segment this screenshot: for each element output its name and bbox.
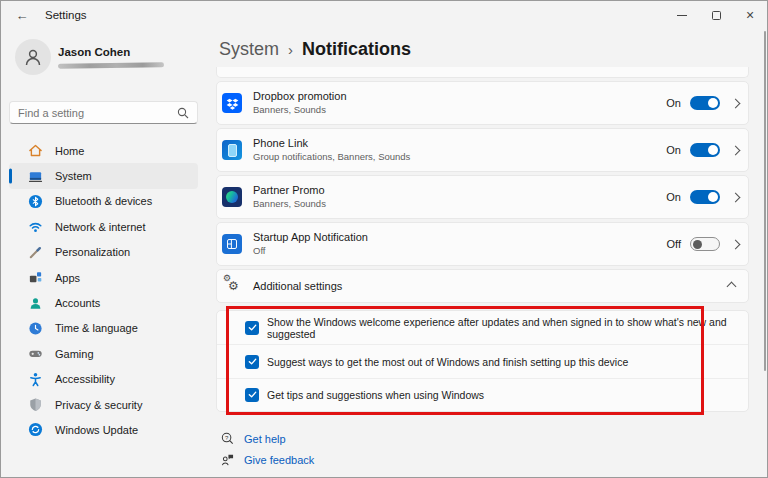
minimize-button[interactable] bbox=[665, 1, 699, 29]
sidebar-nav: Home System Bluetooth & devices Network … bbox=[1, 138, 206, 443]
row-subtitle: Off bbox=[253, 245, 368, 257]
minimize-icon bbox=[677, 15, 687, 16]
back-arrow-icon: ← bbox=[16, 8, 29, 23]
startup-app-icon bbox=[222, 234, 242, 254]
checkbox-label: Get tips and suggestions when using Wind… bbox=[267, 389, 484, 401]
checkmark-icon bbox=[248, 323, 257, 332]
sidebar-item-network-internet[interactable]: Network & internet bbox=[9, 214, 198, 239]
search-input[interactable] bbox=[18, 107, 177, 119]
sidebar-item-label: Home bbox=[55, 145, 84, 157]
toggle-state-label: On bbox=[666, 97, 681, 109]
notification-toggle[interactable] bbox=[690, 96, 720, 110]
toggle-knob bbox=[708, 98, 718, 108]
sidebar-item-label: Bluetooth & devices bbox=[55, 195, 152, 207]
additional-settings-options: Show the Windows welcome experience afte… bbox=[216, 310, 749, 412]
sidebar-item-label: Accessibility bbox=[55, 373, 115, 385]
user-profile[interactable]: Jason Cohen bbox=[15, 39, 206, 85]
dropbox-icon bbox=[222, 93, 242, 113]
maximize-icon bbox=[712, 11, 721, 20]
notification-row-startup-app[interactable]: Startup App Notification Off Off bbox=[216, 222, 749, 266]
toggle-state-label: Off bbox=[667, 238, 681, 250]
give-feedback-label[interactable]: Give feedback bbox=[244, 454, 314, 466]
apps-icon bbox=[27, 270, 43, 286]
get-help-link[interactable]: ? Get help bbox=[219, 428, 749, 449]
chevron-right-icon[interactable] bbox=[731, 98, 741, 108]
sidebar-item-personalization[interactable]: Personalization bbox=[9, 240, 198, 265]
chevron-right-icon[interactable] bbox=[731, 239, 741, 249]
toggle-state-label: On bbox=[666, 144, 681, 156]
checkbox-checked[interactable] bbox=[245, 321, 259, 335]
main-content: System › Notifications Dropbox promotion… bbox=[206, 29, 767, 477]
give-feedback-icon bbox=[219, 453, 235, 466]
sidebar-item-label: Gaming bbox=[55, 348, 94, 360]
toggle-knob bbox=[708, 192, 718, 202]
row-subtitle: Banners, Sounds bbox=[253, 198, 326, 210]
notification-row-dropbox-promotion[interactable]: Dropbox promotion Banners, Sounds On bbox=[216, 81, 749, 125]
windows-update-icon bbox=[27, 422, 43, 438]
home-icon bbox=[27, 143, 43, 159]
footer-links: ? Get help Give feedback bbox=[219, 428, 749, 470]
sidebar-item-label: Personalization bbox=[55, 246, 130, 258]
search-icon bbox=[177, 107, 189, 119]
redacted-email-scribble bbox=[58, 62, 164, 68]
notification-toggle[interactable] bbox=[690, 143, 720, 157]
sidebar-item-apps[interactable]: Apps bbox=[9, 265, 198, 290]
checkbox-row-suggest-ways[interactable]: Suggest ways to get the most out of Wind… bbox=[217, 344, 748, 377]
chevron-right-icon[interactable] bbox=[731, 145, 741, 155]
scrollbar-thumb[interactable] bbox=[764, 31, 766, 371]
checkbox-row-welcome-experience[interactable]: Show the Windows welcome experience afte… bbox=[217, 311, 748, 344]
row-title: Partner Promo bbox=[253, 184, 326, 197]
personalization-icon bbox=[27, 244, 43, 260]
notification-toggle[interactable] bbox=[690, 237, 720, 251]
checkbox-row-tips-suggestions[interactable]: Get tips and suggestions when using Wind… bbox=[217, 378, 748, 411]
checkmark-icon bbox=[248, 390, 257, 399]
sidebar-item-privacy-security[interactable]: Privacy & security bbox=[9, 392, 198, 417]
get-help-label[interactable]: Get help bbox=[244, 433, 286, 445]
additional-settings-label: Additional settings bbox=[253, 280, 342, 292]
checkbox-checked[interactable] bbox=[245, 355, 259, 369]
close-icon: × bbox=[746, 8, 754, 22]
search-box[interactable] bbox=[9, 101, 198, 124]
bluetooth-icon bbox=[27, 193, 43, 209]
give-feedback-link[interactable]: Give feedback bbox=[219, 449, 749, 470]
sidebar-item-accounts[interactable]: Accounts bbox=[9, 290, 198, 315]
phone-link-icon bbox=[222, 140, 242, 160]
privacy-icon bbox=[27, 397, 43, 413]
sidebar-item-label: Apps bbox=[55, 272, 80, 284]
get-help-icon: ? bbox=[219, 432, 235, 445]
checkbox-label: Suggest ways to get the most out of Wind… bbox=[267, 356, 628, 368]
avatar bbox=[15, 39, 51, 75]
gears-icon: ⚙⚙ bbox=[222, 276, 242, 296]
network-icon bbox=[27, 219, 43, 235]
sidebar-item-windows-update[interactable]: Windows Update bbox=[9, 417, 198, 442]
sidebar-item-time-language[interactable]: Time & language bbox=[9, 316, 198, 341]
sidebar-item-system[interactable]: System bbox=[9, 163, 198, 188]
checkbox-checked[interactable] bbox=[245, 388, 259, 402]
back-button[interactable]: ← bbox=[7, 3, 37, 27]
chevron-right-icon[interactable] bbox=[731, 192, 741, 202]
toggle-state-label: On bbox=[666, 191, 681, 203]
sidebar-item-label: Privacy & security bbox=[55, 399, 142, 411]
sidebar-item-label: System bbox=[55, 170, 92, 182]
sidebar-item-accessibility[interactable]: Accessibility bbox=[9, 367, 198, 392]
breadcrumb-system[interactable]: System bbox=[219, 39, 279, 60]
chevron-up-icon[interactable] bbox=[727, 281, 737, 291]
sidebar: Jason Cohen Home System bbox=[1, 29, 206, 477]
additional-settings-row[interactable]: ⚙⚙ Additional settings bbox=[216, 269, 749, 303]
toggle-knob bbox=[693, 240, 702, 249]
sidebar-item-label: Windows Update bbox=[55, 424, 138, 436]
sidebar-item-label: Accounts bbox=[55, 297, 100, 309]
maximize-button[interactable] bbox=[699, 1, 733, 29]
sidebar-item-gaming[interactable]: Gaming bbox=[9, 341, 198, 366]
system-icon bbox=[27, 168, 43, 184]
notification-toggle[interactable] bbox=[690, 190, 720, 204]
notification-row-phone-link[interactable]: Phone Link Group notifications, Banners,… bbox=[216, 128, 749, 172]
notification-row-partner-promo[interactable]: Partner Promo Banners, Sounds On bbox=[216, 175, 749, 219]
close-button[interactable]: × bbox=[733, 1, 767, 29]
sidebar-item-home[interactable]: Home bbox=[9, 138, 198, 163]
accessibility-icon bbox=[27, 371, 43, 387]
sidebar-item-bluetooth-devices[interactable]: Bluetooth & devices bbox=[9, 189, 198, 214]
annotated-region: Show the Windows welcome experience afte… bbox=[216, 310, 749, 412]
partner-promo-icon bbox=[222, 187, 242, 207]
breadcrumb-separator: › bbox=[288, 41, 293, 58]
